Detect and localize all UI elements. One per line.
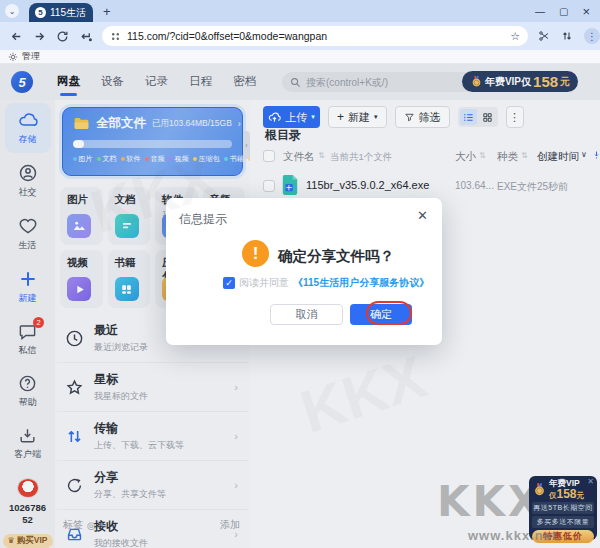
cancel-button[interactable]: 取消	[270, 304, 343, 325]
scissors-extension-icon[interactable]	[538, 30, 550, 42]
bookmark-star-icon[interactable]: ☆	[510, 30, 520, 43]
agreement-checkbox[interactable]: ✓	[223, 277, 235, 289]
reload-icon[interactable]	[56, 30, 69, 43]
warning-icon: !	[242, 240, 269, 267]
watermark-url: www.kkx.net	[468, 528, 557, 543]
dialog-title: 信息提示	[179, 211, 227, 228]
agreement-row: ✓ 阅读并同意 《115生活用户分享服务协议》	[223, 276, 429, 290]
tab-title: 115生活	[50, 6, 86, 20]
dialog-message: 确定分享文件吗？	[278, 247, 394, 266]
agreement-link[interactable]: 《115生活用户分享服务协议》	[293, 276, 429, 290]
bookmarks-bar: 管理	[0, 50, 600, 64]
agreement-prefix: 阅读并同意	[239, 276, 289, 290]
browser-menu-icon[interactable]: ⋮	[584, 28, 600, 44]
browser-tab-strip: ⌄ 5 115生活 + — ▢ ×	[0, 0, 600, 22]
updown-sort-icon[interactable]	[561, 30, 573, 42]
url-text[interactable]: 115.com/?cid=0&offset=0&mode=wangpan	[127, 30, 504, 42]
maximize-button[interactable]: ▢	[559, 6, 568, 17]
gear-icon	[8, 52, 18, 62]
dialog-close-icon[interactable]: ✕	[417, 208, 428, 223]
site-favicon: 5	[35, 7, 46, 18]
url-bar[interactable]: 115.com/?cid=0&offset=0&mode=wangpan ☆	[102, 26, 528, 46]
enter-icon[interactable]	[79, 30, 92, 43]
annotation-highlight	[366, 301, 412, 325]
confirm-share-dialog: 信息提示 ✕ ! 确定分享文件吗？ ✓ 阅读并同意 《115生活用户分享服务协议…	[166, 198, 442, 345]
tab-search-icon[interactable]: ⌄	[5, 4, 19, 18]
new-tab-button[interactable]: +	[103, 4, 111, 19]
site-info-icon[interactable]	[110, 31, 121, 42]
close-window-button[interactable]: ×	[582, 4, 590, 19]
browser-address-bar: 115.com/?cid=0&offset=0&mode=wangpan ☆ ⋮	[0, 22, 600, 50]
back-icon[interactable]	[10, 30, 23, 43]
bookmark-manage[interactable]: 管理	[22, 50, 40, 63]
page: ⌄ 5 115生活 + — ▢ × 115.com/?cid=0&offset=…	[0, 0, 600, 548]
minimize-button[interactable]: —	[535, 6, 545, 17]
browser-tab[interactable]: 5 115生活	[29, 3, 93, 22]
forward-icon[interactable]	[33, 30, 46, 43]
